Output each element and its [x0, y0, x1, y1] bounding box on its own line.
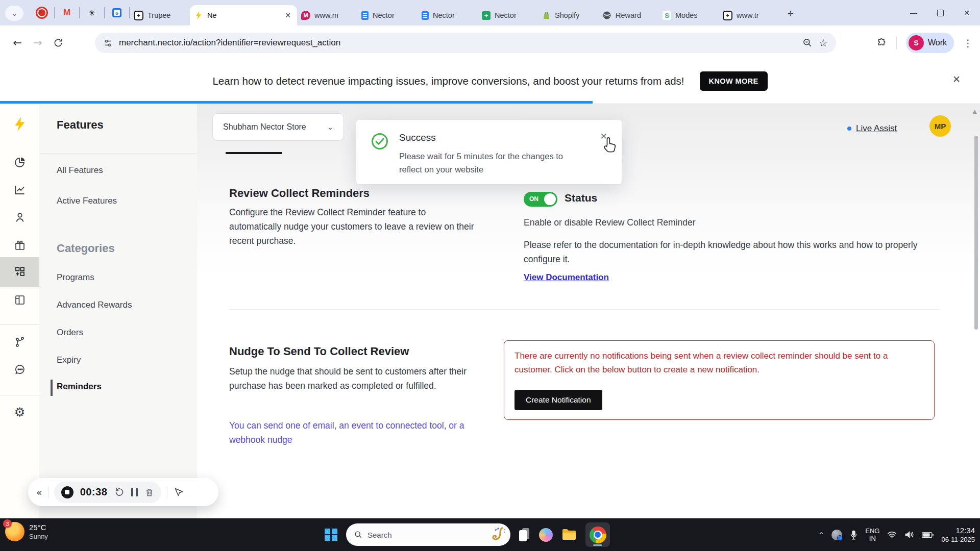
pinned-tab-calendar[interactable]: 6: [105, 4, 129, 21]
browser-toolbar: ← → merchant.nector.io/action?identifier…: [0, 26, 980, 60]
rail-features-icon[interactable]: [0, 265, 39, 278]
microphone-icon[interactable]: [850, 530, 857, 540]
window-close-button[interactable]: ✕: [953, 0, 980, 26]
reload-button[interactable]: [48, 38, 68, 48]
tab-nector-active[interactable]: Ne ✕: [190, 5, 297, 26]
url-text[interactable]: merchant.nector.io/action?identifier=rev…: [119, 38, 796, 48]
new-tab-button[interactable]: +: [782, 5, 799, 22]
store-selector[interactable]: Shubham Nector Store ⌄: [212, 113, 344, 141]
file-explorer-icon[interactable]: [561, 528, 577, 541]
tab-title: Nector: [433, 11, 474, 19]
restart-recording-icon[interactable]: [114, 487, 125, 497]
sidebar-item-orders[interactable]: Orders: [57, 328, 83, 338]
language-indicator[interactable]: ENG IN: [865, 527, 879, 542]
loading-progress-bar: [0, 101, 593, 104]
site-settings-icon[interactable]: [103, 38, 113, 48]
google-sheets-icon: +: [482, 11, 491, 20]
nector-logo[interactable]: [0, 116, 39, 132]
status-help-text: Enable or disable Review Collect Reminde…: [524, 215, 932, 230]
taskbar-clock[interactable]: 12:34 06-11-2025: [941, 526, 975, 543]
start-button[interactable]: [325, 529, 337, 541]
status-toggle[interactable]: ON: [524, 192, 557, 207]
rail-settings-gear-icon[interactable]: ⚙: [0, 405, 39, 419]
tab-search-button[interactable]: ⌄: [5, 6, 23, 21]
window-maximize-button[interactable]: [927, 0, 953, 26]
rail-customers-icon[interactable]: [0, 211, 39, 223]
window-minimize-button[interactable]: —: [900, 0, 927, 26]
tab-reward[interactable]: Reward: [598, 5, 658, 26]
sidebar-item-programs[interactable]: Programs: [57, 272, 94, 283]
extensions-icon[interactable]: [876, 38, 887, 48]
weather-condition: Sunny: [29, 533, 48, 540]
hidden-icons-chevron[interactable]: ^: [818, 531, 824, 539]
tab-www-tr[interactable]: + www.tr: [719, 5, 779, 26]
sidebar-item-all-features[interactable]: All Features: [57, 165, 103, 176]
know-more-button[interactable]: KNOW MORE: [700, 71, 768, 91]
tab-www-m[interactable]: M www.m: [297, 5, 357, 26]
recorder-collapse-icon[interactable]: «: [36, 487, 42, 498]
wifi-icon[interactable]: [887, 531, 897, 539]
chevron-down-icon: ⌄: [327, 123, 333, 131]
tab-title: Shopify: [555, 11, 594, 19]
tab-nector-doc1[interactable]: Nector: [357, 5, 418, 26]
rail-rewards-icon[interactable]: [0, 239, 39, 251]
tab-nector-sheet[interactable]: + Nector: [478, 5, 538, 26]
delete-recording-icon[interactable]: [144, 487, 154, 497]
tab-shopify[interactable]: Shopify: [538, 5, 598, 26]
features-sidebar: Features All Features Active Features Ca…: [39, 104, 197, 518]
search-icon: [354, 531, 362, 539]
mouse-hand-cursor: [600, 135, 619, 156]
clock-time: 12:34: [941, 526, 975, 535]
rail-pages-icon[interactable]: [0, 294, 39, 306]
create-notification-button[interactable]: Create Notification: [514, 390, 602, 410]
sidebar-item-advanced-rewards[interactable]: Advanced Rewards: [57, 300, 132, 310]
volume-icon[interactable]: [904, 531, 914, 539]
pinned-tab-chatgpt[interactable]: ✳: [80, 4, 104, 21]
address-bar[interactable]: merchant.nector.io/action?identifier=rev…: [95, 33, 836, 53]
bookmark-star-icon[interactable]: ☆: [819, 37, 828, 49]
sidebar-item-expiry[interactable]: Expiry: [57, 355, 81, 365]
taskbar-search-box[interactable]: Search: [346, 523, 510, 546]
rail-integrations-icon[interactable]: [0, 336, 39, 348]
rail-pie-chart-icon[interactable]: [0, 156, 39, 168]
tab-close-icon[interactable]: ✕: [285, 11, 293, 19]
profile-avatar: S: [909, 35, 924, 51]
live-assist-link[interactable]: Live Assist: [847, 123, 897, 134]
banner-close-icon[interactable]: ✕: [952, 73, 961, 85]
rail-support-icon[interactable]: [0, 363, 39, 375]
pinned-tab-gmail[interactable]: M: [55, 4, 79, 21]
profile-chip[interactable]: S Work: [906, 33, 954, 53]
forward-button[interactable]: →: [28, 37, 48, 49]
zoom-icon[interactable]: [802, 38, 813, 48]
task-view-icon[interactable]: [519, 528, 530, 541]
scrollbar-thumb[interactable]: [974, 136, 978, 330]
tab-modes[interactable]: S Modes: [658, 5, 719, 26]
cursor-tool-icon[interactable]: [173, 487, 184, 497]
pause-recording-icon[interactable]: [131, 488, 138, 496]
tab-title: Nector: [373, 11, 413, 19]
copilot-icon[interactable]: [539, 528, 553, 542]
view-documentation-link[interactable]: View Documentation: [524, 272, 609, 283]
trupeer-icon: +: [134, 11, 143, 20]
taskbar-weather-widget[interactable]: 3 25°C Sunny: [5, 522, 48, 541]
chrome-taskbar-icon[interactable]: [585, 522, 610, 547]
sidebar-item-active-features[interactable]: Active Features: [57, 196, 117, 206]
user-avatar[interactable]: MP: [929, 115, 951, 137]
stop-recording-button[interactable]: [61, 486, 74, 498]
browser-menu-icon[interactable]: ⋮: [963, 37, 973, 48]
tab-trupeer[interactable]: + Trupee: [130, 5, 190, 26]
toolbar-separator: [896, 36, 897, 49]
rail-analytics-icon[interactable]: [0, 184, 39, 196]
tray-app-icon[interactable]: [831, 530, 842, 540]
sidebar-item-reminders[interactable]: Reminders: [57, 382, 102, 392]
scrollbar-up-arrow[interactable]: ▲: [973, 108, 977, 115]
tab-title: Modes: [675, 11, 715, 19]
back-button[interactable]: ←: [7, 37, 28, 49]
battery-icon[interactable]: [922, 532, 934, 538]
success-toast: Success Please wait for 5 minutes for th…: [356, 120, 622, 184]
m-badge-icon: M: [301, 11, 310, 20]
pinned-tab-screen-recorder[interactable]: [30, 4, 54, 21]
icon-rail: ⚙: [0, 104, 39, 518]
modes-icon: S: [663, 11, 671, 20]
tab-nector-doc2[interactable]: Nector: [418, 5, 478, 26]
